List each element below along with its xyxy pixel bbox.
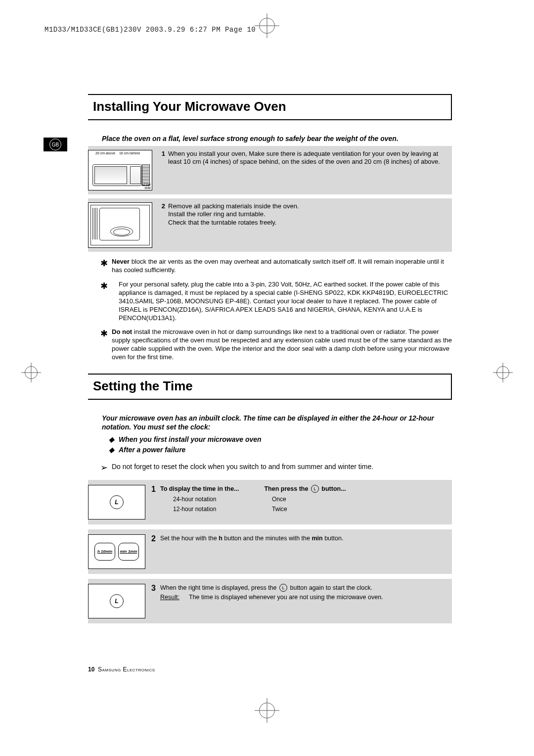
note-body: For your personal safety, plug the cable… [119, 281, 452, 322]
clearance-above-label: 20 cm above [95, 151, 115, 155]
step-number: 1 [157, 150, 165, 190]
install-intro: Place the oven on a flat, level surface … [102, 134, 452, 143]
crop-mark-right [496, 366, 509, 379]
table-head-left: To display the time in the... [160, 485, 239, 492]
diamond-icon: ◆ [109, 434, 119, 445]
step-text: Remove all packing materials inside the … [168, 202, 447, 248]
note-lead: Never [112, 258, 130, 265]
time-intro: Your microwave oven has an inbuilt clock… [102, 414, 452, 431]
step-line: Check that the turntable rotates freely. [168, 219, 447, 227]
step-text: button. [323, 535, 344, 542]
clock-icon: L [279, 584, 287, 592]
step-body: When the right time is displayed, press … [160, 584, 447, 618]
bullet-text: After a power failure [119, 445, 185, 455]
page-footer: 10 Samsung Electronics [88, 666, 155, 673]
step-number: 3 [151, 584, 160, 618]
table-head-right-b: button... [320, 485, 346, 492]
asterisk-icon: ✱ [96, 328, 112, 362]
section-title-installing: Installing Your Microwave Oven [88, 94, 452, 120]
clock-button-illustration: L [88, 584, 145, 618]
reminder-note: ➢ Do not forget to reset the clock when … [96, 462, 452, 473]
h-button-icon: h 10min [94, 543, 115, 561]
hour-min-buttons-illustration: h 10min min 1min [88, 534, 145, 569]
time-bullets: ◆When you first install your microwave o… [109, 434, 452, 455]
step-text: button again to start the clock. [288, 584, 372, 591]
step-body: To display the time in the... Then press… [160, 485, 447, 520]
warning-note-1: ✱ Never block the air vents as the oven … [96, 258, 452, 275]
page-number: 10 [88, 666, 94, 673]
crop-mark-bottom [259, 703, 275, 718]
reminder-text: Do not forget to reset the clock when yo… [112, 462, 452, 473]
note-lead: Do not [112, 328, 132, 335]
asterisk-icon: ✱ [96, 281, 112, 322]
h-label: h [219, 535, 222, 542]
result-text: The time is displayed whenever you are n… [189, 593, 447, 602]
note-body: block the air vents as the oven may over… [112, 258, 444, 274]
clearance-behind-label: 10 cm behind [119, 151, 140, 155]
step-body: Set the hour with the h button and the m… [160, 534, 447, 569]
time-step-2: h 10min min 1min 2 Set the hour with the… [88, 529, 452, 574]
crop-mark-left [25, 366, 38, 379]
table-cell: Twice [272, 505, 341, 513]
step-number: 1 [151, 485, 160, 520]
warning-note-3: ✱ Do not install the microwave oven in h… [96, 328, 452, 362]
arrow-icon: ➢ [96, 462, 112, 473]
time-step-1: L 1 To display the time in the... Then p… [88, 480, 452, 524]
microwave-interior-illustration [88, 202, 152, 248]
footer-brand: Samsung Electronics [98, 666, 155, 673]
asterisk-icon: ✱ [96, 258, 112, 275]
install-step-1: 20 cm above 10 cm behind 10 cm of the si… [88, 146, 452, 194]
page-content: Installing Your Microwave Oven Place the… [88, 94, 452, 628]
result-label: Result: [160, 593, 189, 602]
min-button-icon: min 1min [118, 543, 139, 561]
step-number: 2 [151, 534, 160, 569]
clock-button-illustration: L [88, 485, 145, 520]
crop-mark-top [259, 18, 275, 34]
step-text: Set the hour with the [160, 535, 219, 542]
step-text: button and the minutes with the [222, 535, 312, 542]
step-text: When you install your oven, Make sure th… [168, 150, 447, 190]
clock-icon: L [110, 495, 124, 509]
step-line: Remove all packing materials inside the … [168, 202, 447, 210]
section-title-setting-time: Setting the Time [88, 374, 452, 400]
install-step-2: 2 Remove all packing materials inside th… [88, 198, 452, 252]
language-code: GB [49, 139, 61, 150]
time-step-3: L 3 When the right time is displayed, pr… [88, 579, 452, 623]
language-tab: GB [44, 138, 67, 151]
bullet-text: When you first install your microwave ov… [119, 434, 262, 445]
min-label: min [312, 535, 322, 542]
diamond-icon: ◆ [109, 445, 119, 455]
table-head-right-a: Then press the [264, 485, 310, 492]
step-number: 2 [157, 202, 165, 248]
step-line: Install the roller ring and turntable. [168, 210, 447, 218]
clock-icon: L [311, 485, 319, 493]
note-body: install the microwave oven in hot or dam… [112, 328, 452, 361]
clock-icon: L [110, 594, 124, 608]
print-header: M1D33/M1D33CE(GB1)230V 2003.9.29 6:27 PM… [44, 26, 256, 34]
step-text: When the right time is displayed, press … [160, 584, 278, 591]
table-cell: 24-hour notation [173, 495, 272, 503]
microwave-clearance-illustration: 20 cm above 10 cm behind 10 cm of the si… [88, 150, 152, 190]
warning-note-2: ✱ For your personal safety, plug the cab… [96, 281, 452, 322]
table-cell: Once [272, 495, 341, 503]
table-cell: 12-hour notation [173, 505, 272, 513]
